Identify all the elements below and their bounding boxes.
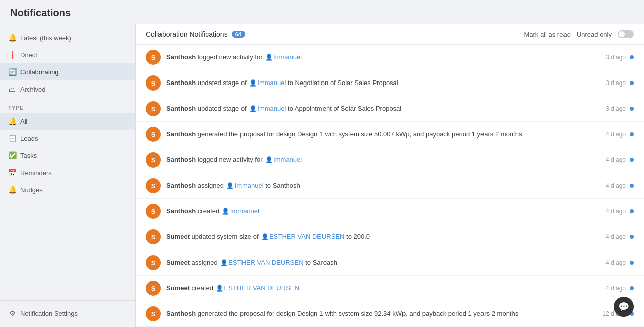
notification-time: 4 d ago — [606, 233, 626, 240]
sidebar-item-direct[interactable]: ❗ Direct — [0, 46, 135, 63]
notification-time: 4 d ago — [606, 259, 626, 266]
sidebar-item-archived[interactable]: 🗃 Archived — [0, 80, 135, 98]
notification-content: Santhosh generated the proposal for desi… — [166, 130, 584, 139]
user-link[interactable]: ESTHER VAN DEURSEN — [224, 284, 299, 292]
contact-icon: 👤 — [220, 259, 227, 266]
notification-row: SSanthosh logged new activity for 👤Imman… — [136, 147, 644, 173]
avatar: S — [146, 178, 161, 193]
actor-name: Santhosh — [166, 53, 196, 61]
actor-name: Santhosh — [166, 79, 196, 87]
action-text: logged new activity for — [198, 53, 263, 61]
sidebar-item-latest[interactable]: 🔔 Latest (this week) — [0, 29, 135, 46]
app-layout: Notifications 🔔 Latest (this week) ❗ Dir… — [0, 0, 644, 327]
sidebar-item-label: Leads — [20, 135, 38, 142]
notification-row: SSanthosh updated stage of 👤Immanuel to … — [136, 96, 644, 122]
user-link[interactable]: ESTHER VAN DEURSEN — [269, 233, 344, 240]
notification-time: 3 d ago — [606, 54, 626, 61]
notification-meta: 4 d ago — [589, 131, 634, 138]
unread-only-toggle[interactable] — [618, 30, 634, 38]
suffix-text: to Appointment of Solar Sales Proposal — [288, 105, 401, 112]
content-header-right: Mark all as read Unread only — [524, 30, 634, 38]
nudges-icon: 🔔 — [8, 186, 16, 194]
archive-icon: 🗃 — [8, 85, 16, 93]
notification-content: Sumeet created 👤ESTHER VAN DEURSEN — [166, 284, 584, 293]
action-text: updated stage of — [198, 79, 247, 87]
notification-count-badge: 64 — [232, 31, 245, 38]
unread-dot — [630, 158, 634, 162]
avatar: S — [146, 255, 161, 270]
notification-content: Santhosh updated stage of 👤Immanuel to A… — [166, 104, 584, 113]
unread-dot — [630, 235, 634, 239]
user-link[interactable]: Immanuel — [257, 105, 286, 112]
leads-icon: 📋 — [8, 134, 16, 142]
unread-dot — [630, 209, 634, 213]
unread-dot — [630, 132, 634, 136]
settings-label: Notification Settings — [20, 310, 78, 317]
user-link[interactable]: Immanuel — [235, 182, 264, 189]
tasks-icon: ✅ — [8, 151, 16, 159]
notification-content: Santhosh created 👤Immanuel — [166, 207, 584, 216]
actor-name: Santhosh — [166, 105, 196, 112]
user-link[interactable]: Immanuel — [273, 156, 302, 164]
user-link[interactable]: Immanuel — [230, 207, 259, 215]
unread-dot — [630, 55, 634, 59]
user-link[interactable]: Immanuel — [273, 53, 302, 61]
unread-dot — [630, 184, 634, 188]
mark-all-read-button[interactable]: Mark all as read — [524, 31, 570, 38]
avatar: S — [146, 204, 161, 219]
sidebar-item-nudges[interactable]: 🔔 Nudges — [0, 181, 135, 198]
bell-icon: 🔔 — [8, 34, 16, 42]
actor-name: Santhosh — [166, 182, 196, 189]
notification-settings-button[interactable]: ⚙ Notification Settings — [0, 305, 135, 322]
notification-time: 4 d ago — [606, 208, 626, 215]
settings-icon: ⚙ — [8, 309, 16, 317]
action-text: updated system size of — [192, 233, 259, 240]
contact-icon: 👤 — [265, 156, 272, 164]
avatar: S — [146, 152, 161, 168]
sidebar-item-all[interactable]: 🔔 All — [0, 113, 135, 130]
notification-row: SSanthosh created 👤Immanuel4 d ago — [136, 199, 644, 224]
sidebar-item-tasks[interactable]: ✅ Tasks — [0, 147, 135, 164]
notification-row: SSumeet updated system size of 👤ESTHER V… — [136, 224, 644, 250]
suffix-text: to Negotiation of Solar Sales Proposal — [288, 79, 398, 87]
notification-content: Santhosh logged new activity for 👤Immanu… — [166, 53, 584, 62]
contact-icon: 👤 — [216, 285, 223, 292]
sidebar-item-label: Reminders — [20, 169, 52, 177]
sidebar-item-leads[interactable]: 📋 Leads — [0, 130, 135, 147]
collaborating-icon: 🔄 — [8, 68, 16, 76]
suffix-text: to 200.0 — [346, 233, 370, 240]
sidebar-item-collaborating[interactable]: 🔄 Collaborating — [0, 63, 135, 80]
reminders-icon: 📅 — [8, 169, 16, 177]
action-text: generated the proposal for design Design… — [198, 130, 522, 138]
sidebar: 🔔 Latest (this week) ❗ Direct 🔄 Collabor… — [0, 24, 136, 327]
contact-icon: 👤 — [249, 79, 256, 87]
user-link[interactable]: Immanuel — [257, 79, 286, 87]
avatar: S — [146, 306, 161, 321]
suffix-text: to Santhosh — [265, 182, 300, 189]
notification-time: 3 d ago — [606, 79, 626, 87]
actor-name: Santhosh — [166, 130, 196, 138]
contact-icon: 👤 — [222, 208, 229, 215]
suffix-text: to Saroash — [305, 259, 337, 266]
notification-content: Santhosh assigned 👤Immanuel to Santhosh — [166, 181, 584, 190]
unread-dot — [630, 107, 634, 111]
chat-button[interactable]: 💬 — [614, 297, 634, 317]
notification-row: SSanthosh generated the proposal for des… — [136, 301, 644, 327]
sidebar-item-label: Archived — [20, 86, 46, 93]
actor-name: Sumeet — [166, 259, 190, 266]
content-title: Collaboration Notifications — [146, 30, 228, 38]
avatar: S — [146, 75, 161, 91]
action-text: generated the proposal for design Design… — [198, 310, 518, 317]
contact-icon: 👤 — [227, 182, 234, 189]
unread-dot — [630, 261, 634, 265]
user-link[interactable]: ESTHER VAN DEURSEN — [228, 259, 303, 266]
contact-icon: 👤 — [265, 54, 272, 61]
notification-meta: 3 d ago — [589, 105, 634, 112]
type-section-label: Type — [0, 98, 135, 113]
avatar: S — [146, 127, 161, 142]
notification-time: 4 d ago — [606, 182, 626, 189]
sidebar-item-reminders[interactable]: 📅 Reminders — [0, 164, 135, 181]
notification-row: SSanthosh assigned 👤Immanuel to Santhosh… — [136, 173, 644, 199]
notification-meta: 4 d ago — [589, 233, 634, 240]
notification-row: SSanthosh updated stage of 👤Immanuel to … — [136, 70, 644, 96]
